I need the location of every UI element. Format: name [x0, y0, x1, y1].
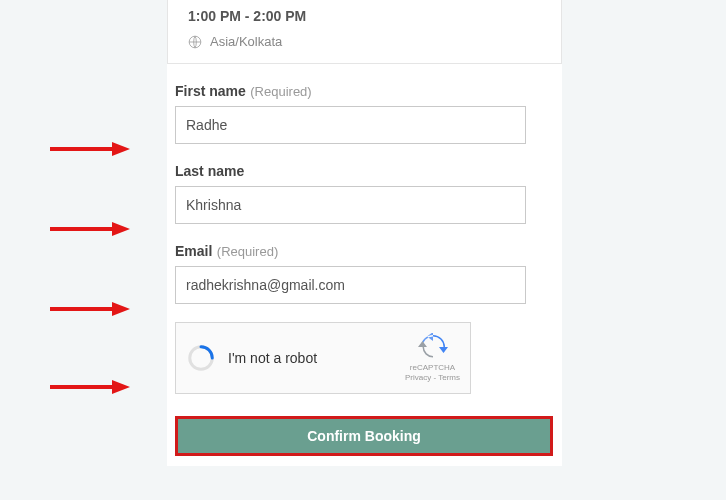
confirm-booking-button[interactable]: Confirm Booking: [175, 416, 553, 456]
annotation-arrow: [50, 300, 130, 318]
email-required: (Required): [217, 244, 278, 259]
annotation-arrow: [50, 220, 130, 238]
email-label: Email: [175, 243, 212, 259]
timezone-row: Asia/Kolkata: [188, 34, 541, 49]
first-name-input[interactable]: [175, 106, 526, 144]
svg-marker-9: [112, 380, 130, 394]
svg-marker-7: [112, 302, 130, 316]
annotation-arrow: [50, 378, 130, 396]
email-input[interactable]: [175, 266, 526, 304]
timezone-text: Asia/Kolkata: [210, 34, 282, 49]
svg-marker-5: [112, 222, 130, 236]
annotation-arrow: [50, 140, 130, 158]
recaptcha-logo-icon: [418, 333, 448, 361]
email-group: Email (Required): [175, 242, 554, 304]
first-name-group: First name (Required): [175, 82, 554, 144]
last-name-input[interactable]: [175, 186, 526, 224]
first-name-required: (Required): [250, 84, 311, 99]
recaptcha-widget[interactable]: I'm not a robot reCAPTCHA Privacy - Term…: [175, 322, 471, 394]
slot-info: 1:00 PM - 2:00 PM Asia/Kolkata: [167, 0, 562, 64]
recaptcha-brand-text: reCAPTCHA: [405, 363, 460, 373]
first-name-label: First name: [175, 83, 246, 99]
svg-marker-3: [112, 142, 130, 156]
time-range: 1:00 PM - 2:00 PM: [188, 8, 541, 24]
booking-card: 1:00 PM - 2:00 PM Asia/Kolkata First nam…: [167, 0, 562, 466]
last-name-label: Last name: [175, 163, 244, 179]
recaptcha-label: I'm not a robot: [228, 350, 405, 366]
globe-icon: [188, 35, 202, 49]
recaptcha-badge: reCAPTCHA Privacy - Terms: [405, 333, 460, 384]
recaptcha-legal-text: Privacy - Terms: [405, 373, 460, 383]
last-name-group: Last name: [175, 162, 554, 224]
recaptcha-spinner-icon: [186, 343, 216, 373]
